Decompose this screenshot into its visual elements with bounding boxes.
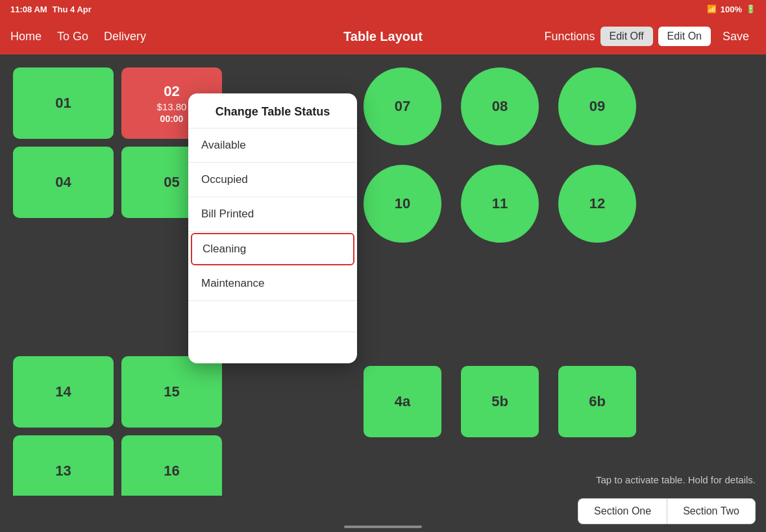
battery-level: 100%	[721, 5, 742, 14]
table-09[interactable]: 09	[558, 67, 636, 145]
page-title: Table Layout	[343, 29, 423, 44]
table-01[interactable]: 01	[13, 67, 114, 139]
table-14[interactable]: 14	[13, 356, 114, 428]
delivery-link[interactable]: Delivery	[104, 30, 146, 43]
home-indicator	[344, 526, 422, 528]
status-bar-left: 11:08 AM Thu 4 Apr	[10, 5, 92, 14]
status-bar-right: 📶 100% 🔋	[707, 5, 756, 14]
table-11[interactable]: 11	[461, 165, 539, 243]
wifi-icon: 📶	[707, 5, 717, 14]
status-occupied[interactable]: Occupied	[188, 163, 357, 197]
section-top-right-tables: 07 08 09 10 11 12	[364, 67, 643, 249]
table-5b[interactable]: 5b	[461, 366, 539, 437]
edit-off-button[interactable]: Edit Off	[600, 27, 653, 46]
togo-link[interactable]: To Go	[57, 30, 88, 43]
functions-label: Functions	[545, 30, 595, 43]
table-6b[interactable]: 6b	[558, 366, 636, 437]
battery-icon: 🔋	[746, 5, 756, 14]
time: 11:08 AM	[10, 5, 47, 14]
popup-empty-2	[188, 332, 357, 363]
date: Thu 4 Apr	[53, 5, 92, 14]
table-07[interactable]: 07	[364, 67, 441, 145]
home-link[interactable]: Home	[10, 30, 42, 43]
table-15[interactable]: 15	[121, 356, 222, 428]
nav-right: Functions Edit Off Edit On Save	[545, 26, 756, 47]
status-cleaning[interactable]: Cleaning	[191, 233, 354, 265]
table-04[interactable]: 04	[13, 147, 114, 218]
section-bottom-right-tables: 4a 5b 6b	[364, 366, 643, 450]
change-table-status-popup: Change Table Status Available Occupied B…	[188, 93, 357, 363]
status-available[interactable]: Available	[188, 128, 357, 163]
table-12[interactable]: 12	[558, 165, 636, 243]
section-two-button[interactable]: Section Two	[667, 498, 756, 524]
popup-title: Change Table Status	[188, 93, 357, 128]
popup-empty-1	[188, 301, 357, 332]
edit-on-button[interactable]: Edit On	[658, 27, 711, 46]
table-10[interactable]: 10	[364, 165, 441, 243]
status-maintenance[interactable]: Maintenance	[188, 267, 357, 301]
nav-left: Home To Go Delivery	[10, 30, 146, 43]
status-bill-printed[interactable]: Bill Printed	[188, 197, 357, 232]
section-bottom-left-tables: 14 15 13 16	[13, 356, 222, 507]
table-4a[interactable]: 4a	[364, 366, 441, 437]
table-08[interactable]: 08	[461, 67, 539, 145]
hint-text: Tap to activate table. Hold for details.	[596, 474, 756, 485]
status-bar: 11:08 AM Thu 4 Apr 📶 100% 🔋	[0, 0, 766, 18]
main-area: 01 02 $13.80 00:00 04 05 07 08 09 10 11 …	[0, 54, 766, 514]
section-one-button[interactable]: Section One	[578, 498, 667, 524]
save-button[interactable]: Save	[716, 26, 756, 47]
nav-bar: Home To Go Delivery Table Layout Functio…	[0, 18, 766, 54]
